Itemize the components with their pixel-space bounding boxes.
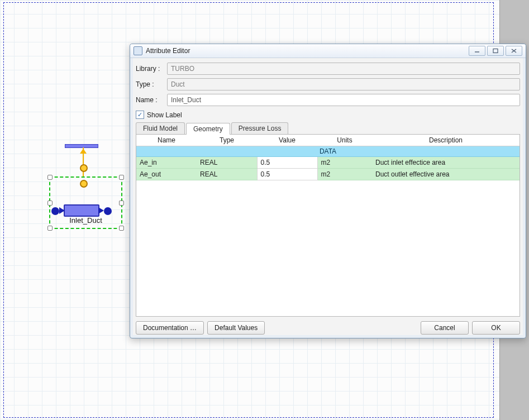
col-description[interactable]: Description — [372, 135, 520, 146]
resize-handle[interactable] — [47, 201, 53, 206]
resize-handle[interactable] — [119, 226, 124, 231]
tab-geometry[interactable]: Geometry — [186, 123, 230, 135]
cell-description: Duct outlet effective area — [372, 169, 520, 180]
default-values-button[interactable]: Default Values — [207, 321, 265, 335]
col-type[interactable]: Type — [197, 135, 257, 146]
cell-name: Ae_in — [136, 157, 197, 169]
tab-pressure-loss[interactable]: Pressure Loss — [231, 122, 289, 134]
attributes-table: Name Type Value Units Description DATA A… — [136, 135, 520, 180]
cell-description: Duct inlet effectice area — [372, 157, 520, 169]
col-units[interactable]: Units — [317, 135, 372, 146]
dialog-footer: Documentation … Default Values Cancel OK — [136, 317, 520, 335]
close-icon — [511, 48, 517, 54]
tab-fluid-model[interactable]: Fluid Model — [136, 122, 185, 134]
library-label: Library : — [136, 65, 167, 73]
resize-handle[interactable] — [47, 175, 53, 180]
connector-node — [80, 164, 88, 172]
app-icon — [134, 46, 142, 55]
section-label: DATA — [136, 146, 520, 157]
resize-handle[interactable] — [119, 175, 124, 180]
close-button[interactable] — [506, 46, 522, 56]
component-selection[interactable]: Inlet_Duct — [49, 176, 122, 229]
dialog-titlebar[interactable]: Attribute Editor — [130, 44, 526, 58]
tab-bar: Fluid Model Geometry Pressure Loss — [136, 122, 520, 135]
cell-name: Ae_out — [136, 169, 197, 180]
arrow-up-icon — [80, 149, 87, 154]
duct-component[interactable] — [64, 204, 99, 217]
cell-units: m2 — [317, 157, 372, 169]
port-in[interactable] — [51, 207, 59, 215]
row-name: Name : Inlet_Duct — [136, 94, 520, 106]
cell-type: REAL — [197, 157, 257, 169]
dialog-body: Library : TURBO Type : Duct Name : Inlet… — [130, 58, 526, 338]
resize-handle[interactable] — [47, 226, 53, 231]
svg-rect-1 — [493, 49, 498, 53]
type-label: Type : — [136, 80, 167, 88]
component-label: Inlet_Duct — [50, 216, 121, 225]
cancel-button[interactable]: Cancel — [421, 321, 469, 335]
cell-value[interactable]: 0.5 — [257, 169, 317, 180]
type-field: Duct — [167, 78, 520, 90]
tab-panel-geometry: Name Type Value Units Description DATA A… — [136, 135, 520, 317]
name-label: Name : — [136, 96, 167, 104]
name-field[interactable]: Inlet_Duct — [167, 94, 520, 106]
maximize-button[interactable] — [487, 46, 504, 56]
boundary-bar — [65, 144, 98, 148]
show-label-row[interactable]: Show Label — [136, 111, 520, 119]
name-value: Inlet_Duct — [171, 96, 201, 104]
dialog-title: Attribute Editor — [146, 47, 190, 55]
table-row[interactable]: Ae_in REAL 0.5 m2 Duct inlet effectice a… — [136, 157, 520, 169]
table-row[interactable]: Ae_out REAL 0.5 m2 Duct outlet effective… — [136, 169, 520, 180]
ok-button[interactable]: OK — [472, 321, 520, 335]
cell-value[interactable]: 0.5 — [257, 157, 317, 169]
cell-type: REAL — [197, 169, 257, 180]
row-library: Library : TURBO — [136, 63, 520, 75]
cell-units: m2 — [317, 169, 372, 180]
app-stage: Inlet_Duct Attribute Editor Library : TU… — [0, 0, 529, 420]
section-row: DATA — [136, 146, 520, 157]
documentation-button[interactable]: Documentation … — [136, 321, 204, 335]
attribute-editor-dialog: Attribute Editor Library : TURBO Type : … — [130, 44, 526, 338]
show-label-checkbox[interactable] — [136, 111, 144, 119]
flow-arrow-icon — [59, 207, 65, 214]
library-value: TURBO — [171, 65, 194, 73]
col-name[interactable]: Name — [136, 135, 197, 146]
port-out[interactable] — [104, 207, 112, 215]
row-type: Type : Duct — [136, 78, 520, 90]
resize-handle[interactable] — [119, 201, 124, 206]
minimize-icon — [474, 49, 480, 53]
col-value[interactable]: Value — [257, 135, 317, 146]
minimize-button[interactable] — [469, 46, 485, 56]
type-value: Duct — [171, 80, 185, 88]
show-label-text: Show Label — [147, 111, 182, 119]
library-field: TURBO — [167, 63, 520, 75]
flow-arrow-icon — [98, 207, 104, 214]
maximize-icon — [492, 48, 499, 54]
